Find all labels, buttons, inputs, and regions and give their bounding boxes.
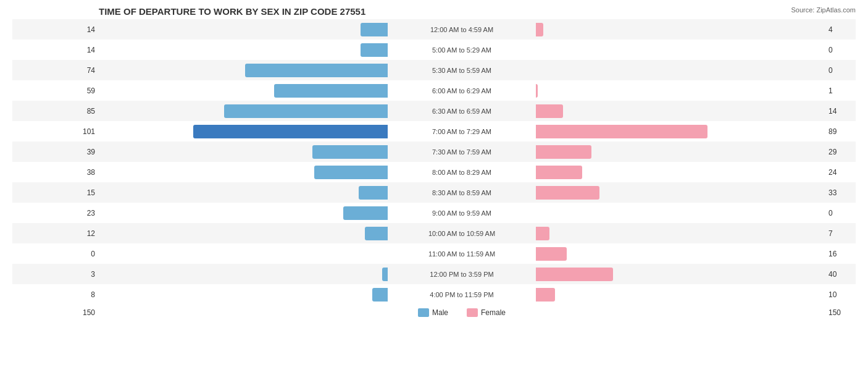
male-value: 39 [12, 148, 99, 156]
male-bar [224, 104, 388, 118]
bars-wrapper: 4:00 PM to 11:59 PM [99, 284, 825, 305]
male-bar [382, 268, 388, 281]
male-value: 8 [12, 290, 99, 299]
male-bar [361, 23, 388, 36]
female-side [536, 23, 825, 36]
female-value: 0 [825, 209, 856, 217]
axis-right-label: 150 [825, 308, 856, 317]
male-side [99, 166, 388, 179]
male-side [99, 186, 388, 200]
female-side [536, 186, 825, 200]
female-bar [536, 104, 563, 118]
table-row: 15 8:30 AM to 8:59 AM 33 [12, 182, 856, 203]
bars-wrapper: 10:00 AM to 10:59 AM [99, 223, 825, 243]
table-row: 59 6:00 AM to 6:29 AM 1 [12, 80, 856, 101]
female-value: 40 [825, 270, 856, 279]
male-side [99, 247, 388, 261]
source-text: Source: ZipAtlas.com [791, 6, 856, 14]
axis-left-label: 150 [12, 308, 99, 317]
male-side [99, 206, 388, 220]
legend-male-label: Male [432, 308, 448, 317]
female-bar [536, 145, 591, 159]
female-side [536, 206, 825, 220]
female-value: 4 [825, 25, 856, 34]
bars-wrapper: 11:00 AM to 11:59 AM [99, 243, 825, 264]
legend-male-box [418, 308, 429, 317]
female-value: 7 [825, 229, 856, 238]
male-side [99, 268, 388, 281]
time-label: 11:00 AM to 11:59 AM [388, 250, 536, 258]
bars-wrapper: 9:00 AM to 9:59 AM [99, 203, 825, 223]
time-label: 4:00 PM to 11:59 PM [388, 291, 536, 298]
time-label: 7:30 AM to 7:59 AM [388, 148, 536, 156]
male-bar [245, 64, 388, 77]
female-side [536, 247, 825, 261]
male-value: 12 [12, 229, 99, 238]
male-value: 74 [12, 66, 99, 75]
male-side [99, 125, 388, 138]
bars-wrapper: 6:00 AM to 6:29 AM [99, 80, 825, 101]
time-label: 12:00 PM to 3:59 PM [388, 271, 536, 278]
female-value: 89 [825, 127, 856, 136]
chart-area: 14 12:00 AM to 4:59 AM 4 14 5:00 AM to 5… [12, 19, 856, 305]
male-bar [359, 186, 388, 200]
male-side [99, 227, 388, 240]
time-label: 9:00 AM to 9:59 AM [388, 209, 536, 217]
male-side [99, 104, 388, 118]
male-value: 14 [12, 46, 99, 54]
female-value: 0 [825, 66, 856, 75]
time-label: 5:30 AM to 5:59 AM [388, 67, 536, 74]
male-bar [312, 145, 388, 159]
bottom-row: 150 Male Female 150 [12, 308, 856, 317]
female-value: 0 [825, 46, 856, 54]
female-value: 33 [825, 188, 856, 197]
legend-male: Male [418, 308, 448, 317]
bars-wrapper: 7:30 AM to 7:59 AM [99, 141, 825, 162]
table-row: 23 9:00 AM to 9:59 AM 0 [12, 203, 856, 223]
time-label: 7:00 AM to 7:29 AM [388, 128, 536, 135]
table-row: 74 5:30 AM to 5:59 AM 0 [12, 60, 856, 80]
male-bar [361, 43, 388, 57]
time-label: 8:00 AM to 8:29 AM [388, 169, 536, 176]
female-bar [536, 227, 549, 240]
female-bar [536, 268, 613, 281]
male-value: 3 [12, 270, 99, 279]
male-value: 101 [12, 127, 99, 136]
bars-wrapper: 8:00 AM to 8:29 AM [99, 162, 825, 182]
female-side [536, 288, 825, 302]
female-side [536, 166, 825, 179]
male-value: 23 [12, 209, 99, 217]
female-bar [536, 84, 538, 98]
female-side [536, 43, 825, 57]
male-value: 14 [12, 25, 99, 34]
female-side [536, 104, 825, 118]
male-side [99, 64, 388, 77]
male-bar [193, 125, 388, 138]
female-side [536, 64, 825, 77]
bars-wrapper: 12:00 AM to 4:59 AM [99, 19, 825, 40]
chart-container: TIME OF DEPARTURE TO WORK BY SEX IN ZIP … [0, 0, 868, 367]
female-value: 14 [825, 107, 856, 116]
bars-wrapper: 7:00 AM to 7:29 AM [99, 121, 825, 141]
table-row: 12 10:00 AM to 10:59 AM 7 [12, 223, 856, 243]
time-label: 6:30 AM to 6:59 AM [388, 108, 536, 115]
female-value: 1 [825, 86, 856, 95]
table-row: 0 11:00 AM to 11:59 AM 16 [12, 243, 856, 264]
male-value: 85 [12, 107, 99, 116]
female-bar [536, 125, 707, 138]
male-bar [365, 227, 388, 240]
male-side [99, 145, 388, 159]
male-side [99, 288, 388, 302]
table-row: 39 7:30 AM to 7:59 AM 29 [12, 141, 856, 162]
male-value: 15 [12, 188, 99, 197]
male-bar [274, 84, 388, 98]
female-side [536, 125, 825, 138]
female-value: 16 [825, 250, 856, 258]
bars-wrapper: 12:00 PM to 3:59 PM [99, 264, 825, 284]
time-label: 8:30 AM to 8:59 AM [388, 189, 536, 196]
chart-title: TIME OF DEPARTURE TO WORK BY SEX IN ZIP … [12, 6, 856, 17]
female-bar [536, 247, 567, 261]
female-bar [536, 288, 555, 302]
male-bar [372, 288, 388, 302]
female-side [536, 84, 825, 98]
